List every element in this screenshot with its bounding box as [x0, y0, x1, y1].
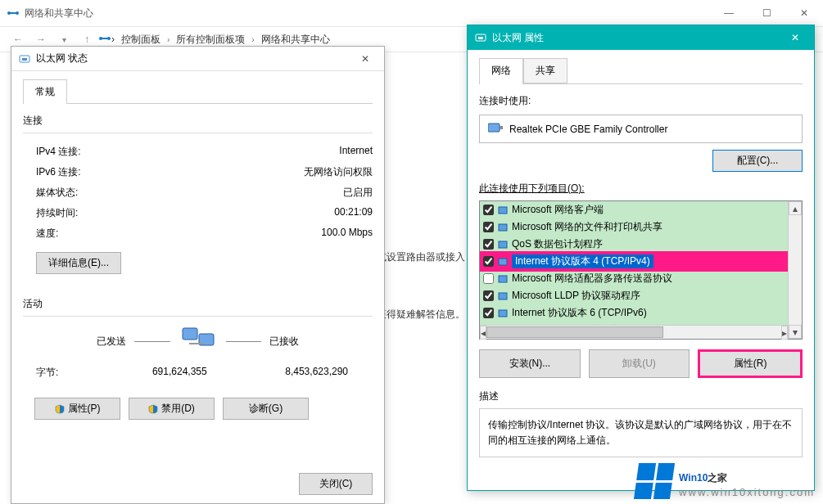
ethernet-icon [18, 52, 31, 65]
protocol-icon [497, 205, 509, 216]
media-value: 已启用 [343, 186, 373, 200]
sent-label: 已发送 [36, 335, 126, 349]
list-item[interactable]: Internet 协议版本 4 (TCP/IPv4) [480, 253, 788, 270]
list-item[interactable]: Microsoft 网络适配器多路传送器协议 [480, 270, 788, 287]
svg-rect-19 [499, 293, 507, 299]
duration-label: 持续时间: [36, 206, 78, 220]
svg-point-1 [7, 11, 11, 15]
network-activity-icon [179, 325, 218, 358]
ipv4-value: Internet [339, 145, 373, 159]
status-title: 以太网 状态 [36, 52, 88, 65]
svg-point-4 [99, 37, 102, 40]
network-center-icon [7, 7, 20, 20]
svg-rect-17 [499, 259, 507, 265]
chevron-icon: › [111, 34, 115, 45]
adapter-icon [488, 122, 503, 136]
tab-network[interactable]: 网络 [479, 58, 523, 84]
status-titlebar: 以太网 状态 ✕ [11, 47, 384, 71]
svg-rect-18 [499, 276, 507, 282]
tab-sharing[interactable]: 共享 [523, 58, 568, 83]
adapter-box: Realtek PCIe GBE Family Controller [479, 115, 803, 143]
breadcrumb-icon [98, 32, 111, 47]
protocol-checkbox[interactable] [483, 308, 494, 318]
props-close-button[interactable]: ✕ [783, 26, 807, 49]
list-item[interactable]: Microsoft 网络客户端 [480, 201, 788, 218]
protocol-checkbox[interactable] [483, 239, 494, 250]
props-title: 以太网 属性 [492, 31, 544, 45]
svg-rect-7 [22, 58, 27, 61]
protocol-label: Microsoft LLDP 协议驱动程序 [512, 289, 640, 303]
activity-section-title: 活动 [23, 297, 373, 311]
ethernet-status-dialog: 以太网 状态 ✕ 常规 连接 IPv4 连接:Internet IPv6 连接:… [11, 46, 385, 504]
vertical-scrollbar[interactable]: ▴ ▾ [788, 201, 802, 339]
details-button[interactable]: 详细信息(E)... [36, 252, 121, 274]
protocol-label: Internet 协议版本 6 (TCP/IPv6) [512, 306, 647, 320]
install-button[interactable]: 安装(N)... [479, 349, 581, 378]
svg-rect-8 [183, 328, 197, 340]
protocol-icon [497, 308, 509, 319]
media-label: 媒体状态: [36, 186, 78, 200]
scroll-up-button[interactable]: ▴ [789, 201, 802, 215]
recv-bytes: 8,453,623,290 [237, 366, 348, 380]
list-item[interactable]: QoS 数据包计划程序 [480, 236, 788, 253]
svg-rect-15 [499, 224, 507, 231]
item-properties-button[interactable]: 属性(R) [698, 349, 803, 378]
ethernet-properties-dialog: 以太网 属性 ✕ 网络 共享 连接时使用: Realtek PCIe GBE F… [467, 25, 815, 491]
status-close-button[interactable]: ✕ [353, 47, 378, 70]
bytes-label: 字节: [36, 366, 96, 380]
protocol-label: QoS 数据包计划程序 [512, 237, 603, 251]
minimize-button[interactable]: — [710, 0, 748, 26]
speed-label: 速度: [36, 227, 58, 241]
watermark-url: www.win10xitong.com [679, 486, 815, 498]
protocol-icon [497, 239, 509, 250]
ipv6-value: 无网络访问权限 [304, 165, 373, 179]
protocol-label: Microsoft 网络适配器多路传送器协议 [512, 272, 672, 286]
protocol-checkbox[interactable] [483, 290, 494, 301]
sent-bytes: 691,624,355 [96, 366, 207, 380]
protocol-icon [497, 290, 509, 302]
main-title: 网络和共享中心 [25, 7, 93, 20]
horizontal-scrollbar[interactable]: ◂ ▸ [480, 325, 788, 339]
list-item[interactable]: Microsoft 网络的文件和打印机共享 [480, 218, 788, 236]
chevron-icon: › [251, 35, 254, 44]
scroll-thumb[interactable] [486, 326, 663, 338]
connection-section-title: 连接 [23, 114, 373, 128]
status-close-footer-button[interactable]: 关闭(C) [299, 473, 373, 495]
ethernet-icon [474, 31, 487, 44]
protocol-checkbox[interactable] [483, 256, 494, 267]
protocol-checkbox[interactable] [483, 273, 494, 284]
svg-rect-13 [500, 126, 503, 129]
windows-logo-icon [634, 463, 675, 499]
svg-rect-11 [478, 37, 483, 39]
uninstall-button[interactable]: 卸载(U) [589, 349, 690, 378]
properties-button[interactable]: 属性(P) [34, 398, 120, 420]
connect-using-label: 连接时使用: [479, 94, 803, 108]
diagnose-button[interactable]: 诊断(G) [223, 398, 309, 420]
svg-rect-16 [499, 241, 507, 248]
scroll-right-button[interactable]: ▸ [781, 326, 788, 340]
close-button[interactable]: ✕ [785, 0, 823, 26]
description-text: 传输控制协议/Internet 协议。该协议是默认的广域网络协议，用于在不同的相… [479, 408, 803, 457]
props-titlebar: 以太网 属性 ✕ [468, 25, 814, 50]
scroll-left-button[interactable]: ◂ [480, 326, 486, 340]
disable-button[interactable]: 禁用(D) [129, 398, 215, 420]
ipv6-label: IPv6 连接: [36, 165, 81, 179]
protocol-icon [497, 222, 509, 233]
protocol-icon [497, 273, 509, 285]
list-item[interactable]: Internet 协议版本 6 (TCP/IPv6) [480, 304, 788, 322]
protocol-list[interactable]: Microsoft 网络客户端Microsoft 网络的文件和打印机共享QoS … [479, 200, 803, 340]
protocol-icon [497, 256, 509, 268]
list-item[interactable]: Microsoft LLDP 协议驱动程序 [480, 287, 788, 304]
props-tabs: 网络 共享 [479, 58, 803, 84]
tab-general[interactable]: 常规 [23, 79, 67, 104]
protocol-label: Internet 协议版本 4 (TCP/IPv4) [512, 254, 653, 268]
speed-value: 100.0 Mbps [321, 227, 373, 241]
adapter-name: Realtek PCIe GBE Family Controller [509, 124, 667, 135]
shield-icon [55, 404, 65, 414]
protocol-checkbox[interactable] [483, 222, 494, 232]
configure-button[interactable]: 配置(C)... [712, 150, 803, 172]
protocol-checkbox[interactable] [483, 205, 494, 215]
svg-point-5 [107, 37, 111, 40]
scroll-down-button[interactable]: ▾ [789, 325, 802, 339]
maximize-button[interactable]: ☐ [748, 0, 785, 26]
